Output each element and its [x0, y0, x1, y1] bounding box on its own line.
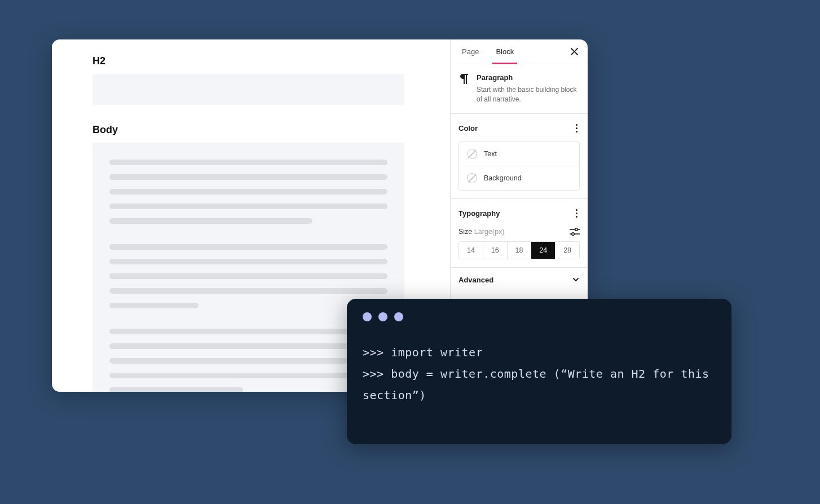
size-button-group: 14 16 18 24 28 — [459, 241, 580, 259]
color-background-row[interactable]: Background — [459, 166, 579, 190]
size-option-18[interactable]: 18 — [507, 242, 531, 259]
color-text-label: Text — [484, 150, 497, 158]
size-label: Size — [459, 228, 472, 236]
traffic-light-icon — [394, 312, 403, 321]
traffic-light-icon — [378, 312, 387, 321]
tab-block[interactable]: Block — [492, 39, 517, 64]
svg-point-3 — [572, 232, 575, 235]
terminal-output: >>> import writer >>> body = writer.comp… — [363, 342, 716, 406]
empty-swatch-icon — [467, 173, 477, 183]
terminal-window: >>> import writer >>> body = writer.comp… — [347, 299, 731, 444]
color-section: Color Text Background — [451, 114, 588, 199]
chevron-down-icon — [572, 276, 580, 284]
size-detail: Large(px) — [474, 228, 505, 236]
h2-label: H2 — [92, 55, 409, 67]
block-description: Start with the basic building block of a… — [477, 85, 580, 104]
tab-page[interactable]: Page — [459, 39, 482, 64]
block-info-panel: Paragraph Start with the basic building … — [451, 64, 588, 114]
typography-heading: Typography — [459, 209, 500, 218]
advanced-toggle[interactable]: Advanced — [451, 268, 588, 292]
size-option-24[interactable]: 24 — [531, 242, 555, 259]
sliders-icon[interactable] — [570, 228, 580, 236]
typography-section: Typography Size Large(px) — [451, 199, 588, 268]
terminal-traffic-lights — [363, 312, 716, 321]
empty-swatch-icon — [467, 149, 477, 159]
sidebar-tabs: Page Block — [451, 39, 588, 64]
more-options-icon[interactable] — [574, 207, 580, 220]
h2-input-placeholder[interactable] — [92, 74, 404, 105]
color-text-row[interactable]: Text — [459, 142, 579, 166]
close-icon[interactable] — [568, 46, 580, 58]
paragraph-icon — [459, 73, 470, 85]
more-options-icon[interactable] — [574, 122, 580, 135]
advanced-label: Advanced — [459, 276, 493, 284]
block-title: Paragraph — [477, 73, 580, 82]
color-heading: Color — [459, 124, 478, 132]
terminal-line: >>> body = writer.complete (“Write an H2… — [363, 363, 716, 406]
svg-point-1 — [575, 228, 578, 231]
color-background-label: Background — [484, 174, 522, 182]
size-option-28[interactable]: 28 — [555, 242, 579, 259]
body-label: Body — [92, 124, 409, 136]
terminal-line: >>> import writer — [363, 342, 716, 363]
traffic-light-icon — [363, 312, 372, 321]
size-option-14[interactable]: 14 — [459, 242, 483, 259]
size-option-16[interactable]: 16 — [483, 242, 507, 259]
